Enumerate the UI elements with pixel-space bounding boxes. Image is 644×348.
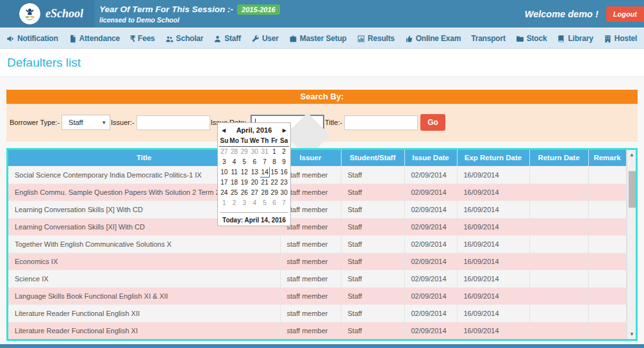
calendar-day-name: Tu bbox=[240, 136, 249, 147]
user-icon bbox=[213, 35, 222, 43]
table-row[interactable]: Literature Reader Functional English XIs… bbox=[8, 322, 626, 339]
calendar-next-arrow-icon[interactable]: ▶ bbox=[283, 128, 286, 133]
calendar-day[interactable]: 18 bbox=[229, 178, 239, 188]
calendar-day[interactable]: 29 bbox=[240, 147, 249, 157]
table-row[interactable]: Learning Conversation Skills [X] With CD… bbox=[8, 201, 626, 218]
calendar-today-link[interactable]: Today: April 14, 2016 bbox=[220, 212, 288, 224]
nav-item-label: Online Exam bbox=[416, 34, 461, 43]
table-cell bbox=[529, 235, 588, 253]
table-row[interactable]: Language Skills Book Functional English … bbox=[8, 287, 626, 304]
table-row[interactable]: Social Science Contemporary India Democr… bbox=[8, 166, 626, 183]
nav-item-staff[interactable]: Staff bbox=[208, 34, 246, 43]
calendar-day[interactable]: 28 bbox=[260, 188, 270, 198]
calendar-day[interactable]: 28 bbox=[229, 147, 239, 157]
calendar-day[interactable]: 21 bbox=[260, 178, 270, 188]
scroll-up-icon[interactable]: ▲ bbox=[627, 150, 637, 160]
table-row[interactable]: Learning Conversation Skills [XI] With C… bbox=[8, 218, 626, 235]
calendar-day[interactable]: 7 bbox=[260, 157, 270, 167]
nav-item-library[interactable]: Library bbox=[552, 34, 598, 43]
calendar-day[interactable]: 15 bbox=[270, 167, 279, 178]
nav-item-fees[interactable]: ₹Fees bbox=[125, 34, 160, 44]
calendar-day[interactable]: 2 bbox=[279, 147, 289, 157]
brand-block[interactable]: eSchool bbox=[0, 0, 94, 28]
table-cell: Staff bbox=[341, 253, 404, 270]
calendar-day[interactable]: 6 bbox=[270, 198, 279, 208]
nav-item-label: Scholar bbox=[176, 34, 204, 43]
calendar-day[interactable]: 20 bbox=[249, 178, 260, 188]
nav-item-stock[interactable]: Stock bbox=[511, 34, 552, 43]
calendar-day[interactable]: 29 bbox=[270, 188, 279, 198]
column-header-student-staff[interactable]: Student/Staff bbox=[341, 150, 404, 166]
borrower-type-select[interactable]: Staff ▼ bbox=[62, 115, 110, 130]
calendar-day[interactable]: 9 bbox=[279, 157, 289, 167]
table-cell: 16/09/2014 bbox=[457, 270, 529, 287]
nav-item-user[interactable]: User bbox=[246, 34, 284, 43]
nav-item-hostel[interactable]: Hostel bbox=[599, 34, 642, 43]
calendar-day[interactable]: 6 bbox=[249, 157, 260, 167]
table-row[interactable]: Together With English Communicative Solu… bbox=[8, 235, 626, 253]
scroll-down-icon[interactable]: ▼ bbox=[627, 329, 637, 339]
calendar-day[interactable]: 1 bbox=[219, 198, 229, 208]
calendar-day[interactable]: 23 bbox=[279, 178, 289, 188]
table-cell: staff member bbox=[280, 287, 341, 304]
table-cell bbox=[529, 183, 588, 201]
calendar-day[interactable]: 14 bbox=[260, 167, 270, 178]
calendar-day[interactable]: 31 bbox=[260, 147, 270, 157]
calendar-day[interactable]: 2 bbox=[229, 198, 239, 208]
calendar-day[interactable]: 4 bbox=[229, 157, 239, 167]
calendar-day[interactable]: 11 bbox=[229, 167, 239, 178]
go-button[interactable]: Go bbox=[420, 114, 445, 131]
calendar-day[interactable]: 30 bbox=[279, 188, 289, 198]
calendar-day[interactable]: 24 bbox=[219, 188, 229, 198]
calendar-day[interactable]: 5 bbox=[260, 198, 270, 208]
title-input[interactable] bbox=[344, 115, 418, 130]
calendar-day[interactable]: 8 bbox=[270, 157, 279, 167]
nav-item-master-setup[interactable]: Master Setup bbox=[284, 34, 352, 43]
column-header-exp-return-date[interactable]: Exp Return Date bbox=[457, 150, 529, 166]
calendar-day[interactable]: 25 bbox=[229, 188, 239, 198]
table-cell: 02/09/2014 bbox=[404, 322, 457, 339]
calendar-day[interactable]: 3 bbox=[240, 198, 249, 208]
table-row[interactable]: Economics IXstaff memberStaff02/09/20141… bbox=[8, 253, 626, 270]
table-cell: Staff bbox=[341, 322, 404, 339]
table-cell: 02/09/2014 bbox=[404, 304, 457, 322]
calendar-day[interactable]: 22 bbox=[270, 178, 279, 188]
calendar-day[interactable]: 30 bbox=[249, 147, 260, 157]
calendar-day[interactable]: 17 bbox=[219, 178, 229, 188]
calendar-day[interactable]: 27 bbox=[249, 188, 260, 198]
nav-item-online-exam[interactable]: Online Exam bbox=[400, 34, 466, 43]
column-header-remark[interactable]: Remark bbox=[588, 150, 626, 166]
calendar-day[interactable]: 19 bbox=[240, 178, 249, 188]
calendar-day[interactable]: 7 bbox=[279, 198, 289, 208]
calendar-day[interactable]: 16 bbox=[279, 167, 289, 178]
table-cell: 02/09/2014 bbox=[404, 235, 457, 253]
calendar-day[interactable]: 5 bbox=[240, 157, 249, 167]
table-cell: 02/09/2014 bbox=[404, 253, 457, 270]
nav-item-scholar[interactable]: Scholar bbox=[160, 34, 209, 43]
calendar-day[interactable]: 10 bbox=[219, 167, 229, 178]
table-cell: Staff bbox=[341, 270, 404, 287]
nav-item-attendance[interactable]: Attendance bbox=[63, 34, 125, 43]
table-row[interactable]: Literature Reader Functional English XII… bbox=[8, 304, 626, 322]
nav-item-notification[interactable]: Notification bbox=[1, 34, 63, 43]
calendar-day[interactable]: 3 bbox=[219, 157, 229, 167]
calendar-day[interactable]: 1 bbox=[270, 147, 279, 157]
footer-bar bbox=[0, 344, 644, 348]
calendar-day[interactable]: 13 bbox=[249, 167, 260, 178]
table-scrollbar[interactable]: ▲ ▼ bbox=[627, 150, 636, 339]
calendar-day[interactable]: 26 bbox=[240, 188, 249, 198]
table-row[interactable]: Science IXstaff memberStaff02/09/201416/… bbox=[8, 270, 626, 287]
logout-button[interactable]: Logout bbox=[606, 6, 644, 22]
issuer-input[interactable] bbox=[136, 115, 210, 130]
table-cell: Staff bbox=[341, 166, 404, 183]
nav-item-results[interactable]: Results bbox=[352, 34, 400, 43]
nav-item-transport[interactable]: Transport bbox=[466, 34, 511, 43]
scrollbar-thumb[interactable] bbox=[629, 171, 636, 208]
calendar-day[interactable]: 12 bbox=[240, 167, 249, 178]
calendar-day[interactable]: 4 bbox=[249, 198, 260, 208]
column-header-issue-date[interactable]: Issue Date bbox=[404, 150, 457, 166]
column-header-return-date[interactable]: Return Date bbox=[529, 150, 588, 166]
calendar-prev-arrow-icon[interactable]: ◀ bbox=[222, 128, 226, 133]
table-row[interactable]: English Commu. Sample Question Papers Wi… bbox=[8, 183, 626, 201]
calendar-day[interactable]: 27 bbox=[219, 147, 229, 157]
